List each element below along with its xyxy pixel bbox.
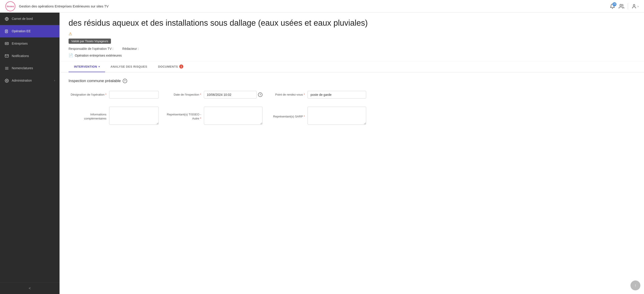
sidebar-item-carnet-de-bord[interactable]: Carnet de bord — [0, 13, 60, 25]
notification-bell[interactable]: 29 — [610, 4, 615, 9]
info-complementaires-textarea[interactable] — [109, 107, 159, 125]
users-icon[interactable] — [619, 4, 624, 9]
user-chevron-icon: › — [638, 4, 638, 8]
sidebar-item-notifications[interactable]: Notifications — [0, 50, 60, 62]
sidebar: Carnet de bord Opération EE — [0, 13, 60, 294]
designation-input[interactable] — [109, 91, 159, 98]
sidebar-label-administration: Administration — [12, 79, 52, 82]
tab-intervention[interactable]: INTERVENTION ▾ — [68, 61, 105, 72]
status-badge: Validé par Tisséo Voyageurs — [68, 38, 111, 44]
pdf-link-label: Opération entreprises extérieures — [75, 54, 122, 57]
representant-sarp-textarea[interactable] — [308, 107, 366, 125]
section-help-icon[interactable]: ? — [123, 79, 127, 83]
sidebar-label-entreprises: Entreprises — [12, 42, 55, 45]
label-info-complementaires: Informations complémentaires — [68, 109, 109, 123]
app-title: Gestion des opérations Entreprises Extér… — [19, 4, 108, 8]
input-cell-info — [109, 105, 163, 127]
input-cell-designation — [109, 90, 163, 100]
scroll-top-button[interactable]: ↑ — [630, 280, 640, 290]
sidebar-label-nomenclatures: Nomenclatures — [12, 66, 55, 70]
header-right: 29 › — [610, 3, 638, 10]
header-left: tisseo Gestion des opérations Entreprise… — [6, 1, 108, 11]
logo[interactable]: tisseo — [6, 1, 15, 11]
content-area: des résidus aqueux et des installations … — [60, 13, 644, 294]
id-card-icon — [4, 42, 9, 46]
documents-badge: 1 — [179, 64, 183, 68]
tab-documents[interactable]: DOCUMENTS 1 — [153, 61, 189, 72]
warning-icon: ⚠ — [68, 31, 72, 36]
envelope-icon — [4, 54, 9, 58]
administration-chevron-icon: › — [54, 79, 55, 82]
tab-documents-label: DOCUMENTS — [158, 65, 178, 68]
tabs-bar: INTERVENTION ▾ ANALYSE DES RISQUES DOCUM… — [60, 61, 644, 72]
responsable-label: Responsable de l'opération TV : — [68, 47, 114, 50]
list-icon — [4, 66, 9, 70]
sidebar-item-administration[interactable]: Administration › — [0, 74, 60, 87]
notification-count: 29 — [612, 2, 616, 6]
pdf-icon: 📄 — [68, 53, 73, 58]
meta-row: Responsable de l'opération TV : Rédacteu… — [68, 47, 635, 50]
input-cell-rdv — [308, 90, 371, 100]
sidebar-label-operation-ee: Opération EE — [12, 29, 55, 33]
sidebar-item-entreprises[interactable]: Entreprises — [0, 38, 60, 50]
svg-point-9 — [6, 43, 6, 44]
input-cell-date: ? — [204, 90, 267, 100]
section-title: Inspection commune préalable ? — [68, 79, 635, 83]
form-section: Inspection commune préalable ? Désignati… — [60, 72, 644, 133]
svg-point-15 — [6, 80, 8, 81]
input-cell-tisseo — [204, 105, 267, 127]
input-cell-sarp — [308, 105, 371, 127]
label-point-rdv: Point de rendez-vous * — [267, 90, 308, 99]
point-rdv-input[interactable] — [308, 91, 366, 98]
tab-analyse-label: ANALYSE DES RISQUES — [110, 65, 147, 68]
header-divider — [628, 3, 628, 10]
label-date-inspection: Date de l'inspection * — [163, 90, 204, 99]
page-title: des résidus aqueux et des installations … — [68, 18, 635, 28]
sidebar-collapse-button[interactable]: < — [0, 282, 60, 294]
document-icon — [4, 29, 9, 33]
tab-intervention-label: INTERVENTION — [74, 65, 97, 68]
main-layout: Carnet de bord Opération EE — [0, 13, 644, 294]
sidebar-item-nomenclatures[interactable]: Nomenclatures — [0, 62, 60, 74]
warning-section: ⚠ — [68, 31, 72, 36]
pdf-link[interactable]: 📄 Opération entreprises extérieures — [68, 53, 635, 58]
label-representant-sarp: Représentant(s) SARP * — [267, 112, 308, 121]
representant-tisseo-textarea[interactable] — [204, 107, 262, 125]
sidebar-label-notifications: Notifications — [12, 54, 55, 58]
top-header: tisseo Gestion des opérations Entreprise… — [0, 0, 644, 13]
tab-analyse-risques[interactable]: ANALYSE DES RISQUES — [105, 61, 153, 72]
svg-point-1 — [634, 4, 635, 6]
sidebar-label-carnet-de-bord: Carnet de bord — [12, 17, 55, 20]
label-representant-tisseo: Représentant(s) TISSEO - Autre * — [163, 109, 204, 123]
globe-icon — [4, 17, 9, 21]
date-help-icon[interactable]: ? — [258, 92, 262, 97]
redacteur-label: Rédacteur : — [122, 47, 139, 50]
intervention-dropdown-icon: ▾ — [98, 66, 100, 68]
svg-point-0 — [620, 4, 622, 6]
user-menu[interactable]: › — [632, 4, 638, 9]
sidebar-item-operation-ee[interactable]: Opération EE — [0, 25, 60, 38]
page-header: des résidus aqueux et des installations … — [60, 13, 644, 61]
label-designation: Désignation de l'opération * — [68, 90, 109, 99]
date-inspection-input[interactable] — [204, 91, 256, 98]
gear-icon — [4, 78, 9, 83]
